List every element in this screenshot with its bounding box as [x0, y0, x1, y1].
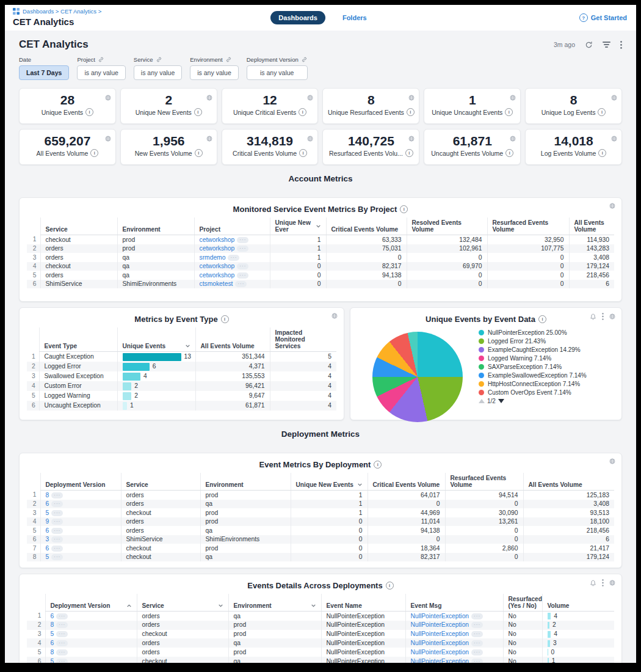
column-header[interactable]: Project [194, 217, 270, 235]
info-icon[interactable] [538, 315, 546, 323]
cell-link[interactable]: 5 [46, 509, 49, 516]
filter-value-button[interactable]: Last 7 Days [19, 65, 69, 80]
column-header[interactable]: Event Msg [405, 594, 503, 612]
cell-link[interactable]: cetworkshop [200, 236, 235, 243]
globe-icon[interactable] [105, 133, 111, 144]
column-header[interactable]: Unique New Ever [270, 217, 326, 235]
cell-link[interactable]: NullPointerException [411, 613, 469, 619]
column-header[interactable]: Unique Events [117, 327, 195, 352]
cell-link[interactable]: cetworkshop [200, 245, 235, 252]
globe-icon[interactable] [510, 133, 516, 144]
cell-actions-pill[interactable]: ··· [471, 659, 483, 663]
cell-actions-pill[interactable]: ··· [56, 622, 68, 628]
globe-icon[interactable] [206, 133, 212, 144]
unique-events-bar[interactable] [123, 363, 150, 371]
cell-actions-pill[interactable]: ··· [51, 519, 63, 525]
info-icon[interactable] [221, 315, 229, 323]
cell-actions-pill[interactable]: ··· [56, 613, 68, 619]
info-icon[interactable] [405, 149, 413, 157]
unique-events-bar[interactable] [123, 353, 181, 361]
column-header[interactable]: Volume [542, 594, 614, 612]
legend-item[interactable]: ExampleCaughtException 14.29% [479, 346, 599, 354]
cell-link[interactable]: 6 [51, 613, 54, 619]
cell-link[interactable]: NullPointerException [411, 630, 469, 637]
info-icon[interactable] [299, 149, 307, 157]
unique-events-bar[interactable] [123, 382, 132, 390]
cell-actions-pill[interactable]: ··· [51, 554, 63, 560]
cell-actions-pill[interactable]: ··· [56, 640, 68, 646]
column-header[interactable]: Environment [117, 217, 194, 235]
info-icon[interactable] [598, 108, 606, 116]
dashboard-menu-kebab-icon[interactable] [620, 41, 622, 49]
globe-icon[interactable] [408, 92, 415, 103]
info-icon[interactable] [407, 108, 415, 116]
tab-dashboards[interactable]: Dashboards [270, 11, 325, 24]
cell-actions-pill[interactable]: ··· [51, 528, 63, 534]
column-header[interactable]: All Events Volume [195, 327, 270, 352]
filter-value-button[interactable]: is any value [77, 65, 125, 80]
cell-actions-pill[interactable]: ··· [51, 510, 63, 516]
column-header[interactable]: All Events Volume [523, 473, 614, 491]
cell-link[interactable]: NullPointerException [411, 621, 469, 628]
refresh-icon[interactable] [585, 41, 593, 49]
apps-grid-icon[interactable] [13, 8, 20, 15]
info-icon[interactable] [85, 108, 93, 116]
cell-actions-pill[interactable]: ··· [56, 649, 68, 656]
get-started-link[interactable]: Get Started [591, 14, 627, 21]
cell-actions-pill[interactable]: ··· [471, 649, 483, 656]
cell-actions-pill[interactable]: ··· [237, 237, 248, 243]
cell-actions-pill[interactable]: ··· [51, 492, 63, 499]
cell-actions-pill[interactable]: ··· [237, 246, 248, 252]
column-header[interactable]: Critical Events Volume [368, 473, 445, 491]
legend-item[interactable]: HttpHostConnectException 7.14% [479, 381, 599, 388]
legend-item[interactable]: NullPointerException 25.00% [479, 329, 599, 337]
globe-icon[interactable] [408, 133, 415, 144]
info-icon[interactable] [505, 149, 513, 157]
cell-actions-pill[interactable]: ··· [471, 631, 483, 637]
cell-link[interactable]: cetworkshop [200, 263, 235, 269]
globe-icon[interactable] [609, 458, 615, 464]
cell-actions-pill[interactable]: ··· [237, 263, 248, 269]
globe-icon[interactable] [609, 580, 615, 586]
cell-link[interactable]: srmdemo [200, 254, 226, 261]
column-header[interactable]: Critical Events Volume [326, 217, 407, 235]
cell-actions-pill[interactable]: ··· [51, 546, 63, 552]
cell-link[interactable]: cetworkshop [200, 272, 235, 279]
legend-page-up-icon[interactable] [479, 399, 485, 403]
cell-link[interactable]: NullPointerException [411, 658, 469, 663]
link-icon[interactable] [98, 56, 104, 63]
cell-actions-pill[interactable]: ··· [471, 613, 483, 619]
filters-toggle-icon[interactable] [603, 42, 610, 48]
cell-actions-pill[interactable]: ··· [235, 281, 247, 287]
kebab-icon[interactable] [602, 313, 604, 320]
globe-icon[interactable] [510, 92, 516, 103]
cell-link[interactable]: NullPointerException [411, 649, 469, 656]
cell-actions-pill[interactable]: ··· [228, 255, 239, 261]
cell-actions-pill[interactable]: ··· [237, 272, 248, 279]
column-header[interactable]: Resurfaced(Yes / No) [503, 594, 542, 612]
cell-link[interactable]: 6 [46, 527, 49, 534]
link-icon[interactable] [156, 56, 162, 63]
cell-link[interactable]: 6 [46, 545, 49, 552]
filter-value-button[interactable]: is any value [247, 65, 308, 80]
column-header[interactable]: Service [137, 594, 228, 612]
column-header[interactable]: Event Name [321, 594, 405, 612]
globe-icon[interactable] [609, 203, 615, 209]
column-header[interactable]: Unique New Events [291, 473, 368, 491]
info-icon[interactable] [505, 108, 513, 116]
cell-link[interactable]: 9 [46, 518, 49, 525]
legend-item[interactable]: ExampleSwallowedException 7.14% [479, 372, 599, 379]
column-header[interactable]: Resurfaced Events Volume [487, 217, 569, 235]
column-header[interactable]: Deployment Version [40, 473, 121, 491]
cell-link[interactable]: 8 [51, 649, 54, 656]
info-icon[interactable] [195, 149, 203, 157]
column-header[interactable]: All Events Volume [569, 217, 614, 235]
kebab-icon[interactable] [602, 579, 604, 586]
legend-item[interactable]: SAXParseException 7.14% [479, 363, 599, 371]
info-icon[interactable] [299, 108, 306, 116]
globe-icon[interactable] [611, 133, 617, 144]
globe-icon[interactable] [206, 92, 212, 103]
filter-value-button[interactable]: is any value [190, 65, 238, 80]
column-header[interactable]: Service [40, 217, 117, 235]
cell-actions-pill[interactable]: ··· [51, 536, 63, 542]
